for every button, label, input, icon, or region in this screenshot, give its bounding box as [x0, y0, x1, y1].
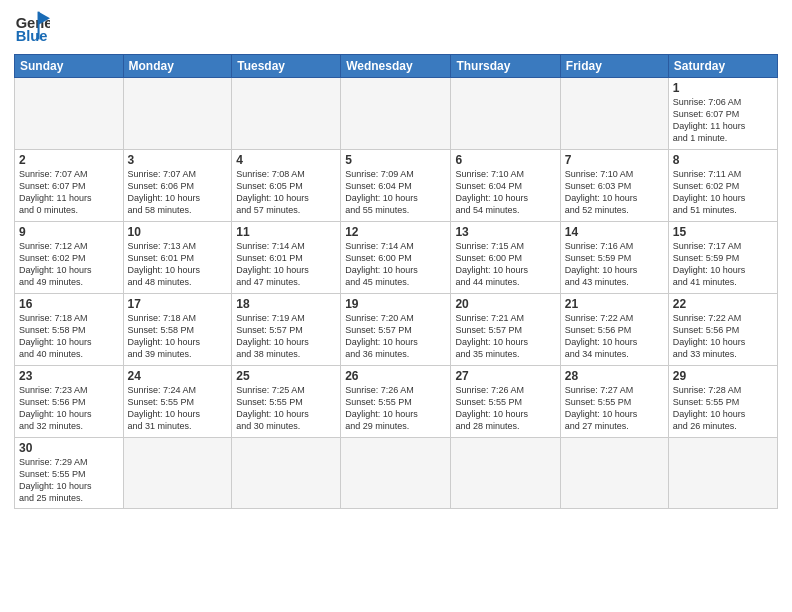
calendar-day: [451, 438, 560, 509]
day-info: Sunrise: 7:11 AM Sunset: 6:02 PM Dayligh…: [673, 168, 773, 217]
day-number: 29: [673, 369, 773, 383]
header-tuesday: Tuesday: [232, 55, 341, 78]
calendar-day: 7Sunrise: 7:10 AM Sunset: 6:03 PM Daylig…: [560, 150, 668, 222]
day-info: Sunrise: 7:13 AM Sunset: 6:01 PM Dayligh…: [128, 240, 228, 289]
calendar-day: 5Sunrise: 7:09 AM Sunset: 6:04 PM Daylig…: [341, 150, 451, 222]
calendar-day: 17Sunrise: 7:18 AM Sunset: 5:58 PM Dayli…: [123, 294, 232, 366]
weekday-header-row: Sunday Monday Tuesday Wednesday Thursday…: [15, 55, 778, 78]
calendar-day: 3Sunrise: 7:07 AM Sunset: 6:06 PM Daylig…: [123, 150, 232, 222]
calendar-day: 1Sunrise: 7:06 AM Sunset: 6:07 PM Daylig…: [668, 78, 777, 150]
day-number: 21: [565, 297, 664, 311]
header-thursday: Thursday: [451, 55, 560, 78]
header-wednesday: Wednesday: [341, 55, 451, 78]
day-info: Sunrise: 7:19 AM Sunset: 5:57 PM Dayligh…: [236, 312, 336, 361]
calendar-table: Sunday Monday Tuesday Wednesday Thursday…: [14, 54, 778, 509]
day-number: 4: [236, 153, 336, 167]
calendar-day: 9Sunrise: 7:12 AM Sunset: 6:02 PM Daylig…: [15, 222, 124, 294]
day-number: 8: [673, 153, 773, 167]
day-number: 23: [19, 369, 119, 383]
day-number: 12: [345, 225, 446, 239]
calendar-day: [232, 438, 341, 509]
calendar-day: [560, 438, 668, 509]
day-number: 16: [19, 297, 119, 311]
day-number: 26: [345, 369, 446, 383]
calendar-day: 2Sunrise: 7:07 AM Sunset: 6:07 PM Daylig…: [15, 150, 124, 222]
day-info: Sunrise: 7:14 AM Sunset: 6:01 PM Dayligh…: [236, 240, 336, 289]
day-number: 7: [565, 153, 664, 167]
calendar-day: 21Sunrise: 7:22 AM Sunset: 5:56 PM Dayli…: [560, 294, 668, 366]
day-number: 14: [565, 225, 664, 239]
day-number: 22: [673, 297, 773, 311]
day-info: Sunrise: 7:17 AM Sunset: 5:59 PM Dayligh…: [673, 240, 773, 289]
header-sunday: Sunday: [15, 55, 124, 78]
day-number: 5: [345, 153, 446, 167]
day-info: Sunrise: 7:26 AM Sunset: 5:55 PM Dayligh…: [455, 384, 555, 433]
day-info: Sunrise: 7:15 AM Sunset: 6:00 PM Dayligh…: [455, 240, 555, 289]
calendar-day: [668, 438, 777, 509]
calendar-day: [123, 438, 232, 509]
day-number: 20: [455, 297, 555, 311]
header: General Blue: [14, 10, 778, 46]
calendar-day: 19Sunrise: 7:20 AM Sunset: 5:57 PM Dayli…: [341, 294, 451, 366]
calendar-day: 13Sunrise: 7:15 AM Sunset: 6:00 PM Dayli…: [451, 222, 560, 294]
day-info: Sunrise: 7:21 AM Sunset: 5:57 PM Dayligh…: [455, 312, 555, 361]
day-number: 25: [236, 369, 336, 383]
day-info: Sunrise: 7:24 AM Sunset: 5:55 PM Dayligh…: [128, 384, 228, 433]
day-info: Sunrise: 7:07 AM Sunset: 6:06 PM Dayligh…: [128, 168, 228, 217]
day-number: 18: [236, 297, 336, 311]
day-info: Sunrise: 7:09 AM Sunset: 6:04 PM Dayligh…: [345, 168, 446, 217]
calendar-day: [560, 78, 668, 150]
day-number: 27: [455, 369, 555, 383]
day-number: 24: [128, 369, 228, 383]
calendar-day: [341, 438, 451, 509]
calendar-day: 24Sunrise: 7:24 AM Sunset: 5:55 PM Dayli…: [123, 366, 232, 438]
day-info: Sunrise: 7:25 AM Sunset: 5:55 PM Dayligh…: [236, 384, 336, 433]
day-number: 28: [565, 369, 664, 383]
calendar-day: 16Sunrise: 7:18 AM Sunset: 5:58 PM Dayli…: [15, 294, 124, 366]
day-number: 13: [455, 225, 555, 239]
header-saturday: Saturday: [668, 55, 777, 78]
day-info: Sunrise: 7:14 AM Sunset: 6:00 PM Dayligh…: [345, 240, 446, 289]
calendar-day: 12Sunrise: 7:14 AM Sunset: 6:00 PM Dayli…: [341, 222, 451, 294]
calendar-day: 27Sunrise: 7:26 AM Sunset: 5:55 PM Dayli…: [451, 366, 560, 438]
day-info: Sunrise: 7:20 AM Sunset: 5:57 PM Dayligh…: [345, 312, 446, 361]
day-number: 30: [19, 441, 119, 455]
day-info: Sunrise: 7:10 AM Sunset: 6:04 PM Dayligh…: [455, 168, 555, 217]
day-info: Sunrise: 7:08 AM Sunset: 6:05 PM Dayligh…: [236, 168, 336, 217]
logo: General Blue: [14, 10, 50, 46]
day-number: 11: [236, 225, 336, 239]
day-number: 10: [128, 225, 228, 239]
day-info: Sunrise: 7:16 AM Sunset: 5:59 PM Dayligh…: [565, 240, 664, 289]
calendar-day: 14Sunrise: 7:16 AM Sunset: 5:59 PM Dayli…: [560, 222, 668, 294]
calendar-day: 25Sunrise: 7:25 AM Sunset: 5:55 PM Dayli…: [232, 366, 341, 438]
day-info: Sunrise: 7:12 AM Sunset: 6:02 PM Dayligh…: [19, 240, 119, 289]
day-info: Sunrise: 7:22 AM Sunset: 5:56 PM Dayligh…: [565, 312, 664, 361]
day-info: Sunrise: 7:18 AM Sunset: 5:58 PM Dayligh…: [19, 312, 119, 361]
day-info: Sunrise: 7:26 AM Sunset: 5:55 PM Dayligh…: [345, 384, 446, 433]
calendar-day: 15Sunrise: 7:17 AM Sunset: 5:59 PM Dayli…: [668, 222, 777, 294]
day-info: Sunrise: 7:29 AM Sunset: 5:55 PM Dayligh…: [19, 456, 119, 505]
calendar-day: [123, 78, 232, 150]
calendar-day: 28Sunrise: 7:27 AM Sunset: 5:55 PM Dayli…: [560, 366, 668, 438]
svg-text:Blue: Blue: [16, 28, 48, 44]
calendar-day: 29Sunrise: 7:28 AM Sunset: 5:55 PM Dayli…: [668, 366, 777, 438]
calendar-day: 10Sunrise: 7:13 AM Sunset: 6:01 PM Dayli…: [123, 222, 232, 294]
calendar-day: [451, 78, 560, 150]
day-number: 3: [128, 153, 228, 167]
calendar-day: [15, 78, 124, 150]
calendar-day: 26Sunrise: 7:26 AM Sunset: 5:55 PM Dayli…: [341, 366, 451, 438]
day-info: Sunrise: 7:07 AM Sunset: 6:07 PM Dayligh…: [19, 168, 119, 217]
day-number: 2: [19, 153, 119, 167]
calendar-day: 4Sunrise: 7:08 AM Sunset: 6:05 PM Daylig…: [232, 150, 341, 222]
generalblue-logo-icon: General Blue: [14, 10, 50, 46]
calendar-day: 23Sunrise: 7:23 AM Sunset: 5:56 PM Dayli…: [15, 366, 124, 438]
day-number: 6: [455, 153, 555, 167]
page: General Blue Sunday Monday Tuesday Wedne…: [0, 0, 792, 612]
day-info: Sunrise: 7:06 AM Sunset: 6:07 PM Dayligh…: [673, 96, 773, 145]
day-info: Sunrise: 7:18 AM Sunset: 5:58 PM Dayligh…: [128, 312, 228, 361]
day-info: Sunrise: 7:27 AM Sunset: 5:55 PM Dayligh…: [565, 384, 664, 433]
calendar-day: 30Sunrise: 7:29 AM Sunset: 5:55 PM Dayli…: [15, 438, 124, 509]
calendar-day: 18Sunrise: 7:19 AM Sunset: 5:57 PM Dayli…: [232, 294, 341, 366]
header-friday: Friday: [560, 55, 668, 78]
calendar-day: 11Sunrise: 7:14 AM Sunset: 6:01 PM Dayli…: [232, 222, 341, 294]
